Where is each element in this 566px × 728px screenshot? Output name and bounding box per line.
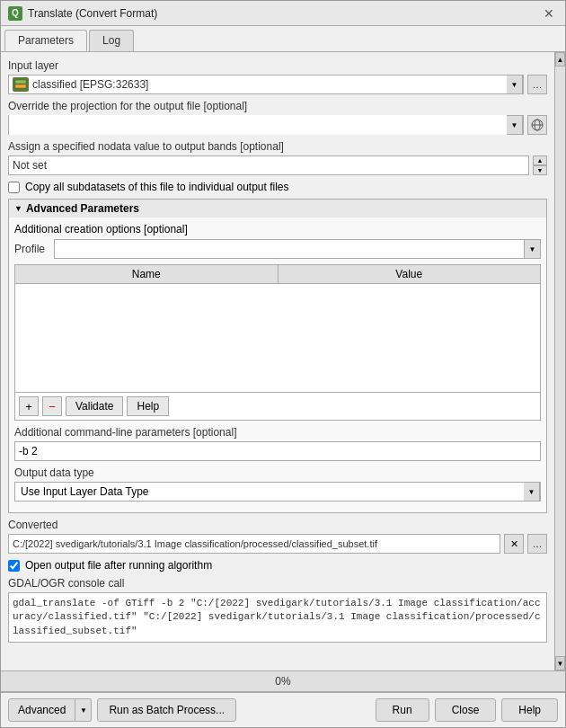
copy-subdatasets-label: Copy all subdatasets of this file to ind… bbox=[25, 181, 289, 193]
svg-rect-1 bbox=[15, 84, 26, 88]
output-type-combo: Use Input Layer Data Type ▼ bbox=[14, 482, 541, 502]
table-header-name: Name bbox=[15, 265, 279, 283]
profile-value bbox=[55, 240, 524, 258]
help-button[interactable]: Help bbox=[501, 698, 558, 722]
table-toolbar: + − Validate Help bbox=[15, 392, 540, 420]
add-row-button[interactable]: + bbox=[19, 396, 39, 416]
copy-subdatasets-checkbox[interactable] bbox=[8, 182, 20, 193]
layer-icon bbox=[13, 77, 29, 92]
gdal-console: gdal_translate -of GTiff -b 2 "C:/[2022]… bbox=[8, 592, 547, 643]
table-body bbox=[15, 284, 540, 392]
window-title: Translate (Convert Format) bbox=[28, 7, 157, 20]
scrollbar-up[interactable]: ▲ bbox=[555, 52, 565, 67]
table-header: Name Value bbox=[15, 265, 540, 284]
converted-clear-button[interactable]: ✕ bbox=[504, 534, 524, 554]
creation-options-label: Additional creation options [optional] bbox=[14, 223, 541, 235]
tab-parameters[interactable]: Parameters bbox=[4, 30, 87, 51]
tab-log[interactable]: Log bbox=[89, 30, 134, 51]
cmd-params-label: Additional command-line parameters [opti… bbox=[14, 426, 541, 439]
close-button[interactable]: ✕ bbox=[540, 4, 558, 22]
advanced-parameters-content: Additional creation options [optional] P… bbox=[9, 218, 546, 512]
projection-crs-button[interactable] bbox=[527, 115, 547, 135]
title-bar: Q Translate (Convert Format) ✕ bbox=[1, 1, 565, 26]
advanced-parameters-header[interactable]: ▼ Advanced Parameters bbox=[9, 200, 546, 218]
projection-row: ▼ bbox=[8, 115, 547, 135]
input-layer-combo-arrow[interactable]: ▼ bbox=[507, 75, 523, 94]
converted-browse-button[interactable]: … bbox=[527, 534, 547, 554]
converted-row: ✕ … bbox=[8, 534, 547, 554]
advanced-parameters-title: Advanced Parameters bbox=[26, 202, 139, 215]
converted-label: Converted bbox=[8, 519, 547, 531]
table-header-value: Value bbox=[279, 265, 541, 283]
scroll-area: Input layer classified [EPSG:32633] ▼ … … bbox=[1, 52, 554, 670]
nodata-input[interactable] bbox=[8, 155, 529, 175]
svg-rect-0 bbox=[15, 80, 26, 84]
projection-label: Override the projection for the output f… bbox=[8, 100, 547, 112]
nodata-spinbox: ▲ ▼ bbox=[533, 155, 547, 175]
table-help-button[interactable]: Help bbox=[127, 396, 169, 416]
content-area: Input layer classified [EPSG:32633] ▼ … … bbox=[1, 52, 565, 727]
triangle-icon: ▼ bbox=[14, 204, 22, 213]
profile-row: Profile ▼ bbox=[14, 239, 541, 259]
output-type-combo-arrow[interactable]: ▼ bbox=[524, 482, 540, 502]
main-window: Q Translate (Convert Format) ✕ Parameter… bbox=[0, 0, 566, 728]
remove-row-button[interactable]: − bbox=[42, 396, 62, 416]
nodata-spin-up[interactable]: ▲ bbox=[533, 155, 547, 165]
converted-input[interactable] bbox=[8, 534, 500, 554]
output-type-row: Use Input Layer Data Type ▼ bbox=[14, 482, 541, 502]
bottom-bar: Advanced ▼ Run as Batch Process... Run C… bbox=[1, 692, 565, 727]
scrollbar-down[interactable]: ▼ bbox=[555, 656, 565, 670]
app-icon: Q bbox=[8, 6, 22, 21]
nodata-row: ▲ ▼ bbox=[8, 155, 547, 175]
progress-text: 0% bbox=[275, 675, 290, 688]
open-output-row: Open output file after running algorithm bbox=[8, 559, 547, 572]
cmd-params-input[interactable] bbox=[14, 441, 541, 461]
profile-combo: ▼ bbox=[54, 239, 541, 259]
output-type-label: Output data type bbox=[14, 466, 541, 479]
input-layer-row: classified [EPSG:32633] ▼ … bbox=[8, 75, 547, 94]
projection-combo-arrow[interactable]: ▼ bbox=[507, 115, 523, 135]
open-output-checkbox[interactable] bbox=[8, 560, 20, 572]
cmd-params-row bbox=[14, 441, 541, 461]
projection-input[interactable] bbox=[9, 115, 507, 135]
advanced-button[interactable]: Advanced bbox=[8, 698, 75, 722]
input-layer-value: classified [EPSG:32633] bbox=[32, 78, 507, 91]
creation-options-table: Name Value + − Validate Help bbox=[14, 264, 541, 421]
copy-subdatasets-row: Copy all subdatasets of this file to ind… bbox=[8, 181, 547, 193]
scrollbar: ▲ ▼ bbox=[554, 52, 565, 670]
advanced-parameters-section: ▼ Advanced Parameters Additional creatio… bbox=[8, 199, 547, 513]
run-button[interactable]: Run bbox=[376, 698, 429, 722]
progress-bar-area: 0% bbox=[1, 670, 565, 692]
tab-bar: Parameters Log bbox=[1, 26, 565, 52]
close-dialog-button[interactable]: Close bbox=[435, 698, 497, 722]
scrollbar-track[interactable] bbox=[555, 67, 565, 656]
bottom-right: Run Close Help bbox=[376, 698, 558, 722]
profile-label: Profile bbox=[14, 243, 49, 255]
gdal-label: GDAL/OGR console call bbox=[8, 577, 547, 590]
nodata-spin-down[interactable]: ▼ bbox=[533, 165, 547, 175]
input-layer-browse-button[interactable]: … bbox=[527, 75, 547, 94]
advanced-dropdown-arrow[interactable]: ▼ bbox=[75, 698, 92, 722]
validate-button[interactable]: Validate bbox=[66, 396, 123, 416]
profile-combo-arrow[interactable]: ▼ bbox=[524, 240, 540, 258]
input-layer-label: Input layer bbox=[8, 59, 547, 72]
nodata-label: Assign a specified nodata value to outpu… bbox=[8, 140, 547, 153]
output-type-value: Use Input Layer Data Type bbox=[15, 484, 524, 500]
bottom-left: Advanced ▼ Run as Batch Process... bbox=[8, 698, 236, 722]
open-output-label: Open output file after running algorithm bbox=[25, 559, 212, 572]
batch-process-button[interactable]: Run as Batch Process... bbox=[97, 698, 236, 722]
